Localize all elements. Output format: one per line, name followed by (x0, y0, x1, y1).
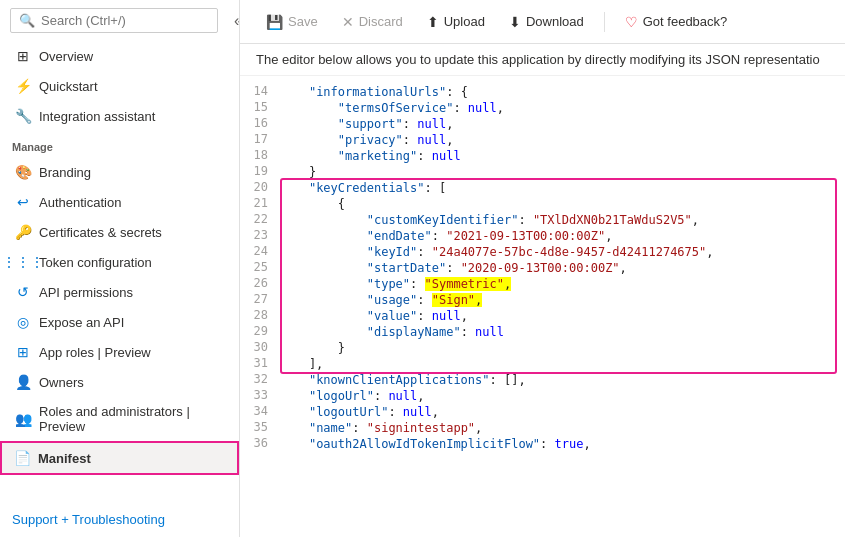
line-content: "privacy": null, (280, 132, 845, 148)
feedback-button[interactable]: ♡ Got feedback? (615, 9, 738, 35)
description-text: The editor below allows you to update th… (256, 52, 820, 67)
discard-icon: ✕ (342, 14, 354, 30)
line-number: 29 (240, 324, 280, 340)
feedback-icon: ♡ (625, 14, 638, 30)
sidebar-item-api-permissions[interactable]: ↺ API permissions (0, 277, 239, 307)
manifest-icon: 📄 (14, 450, 30, 466)
table-row: 20 "keyCredentials": [ (240, 180, 845, 196)
sidebar-item-expose-api[interactable]: ◎ Expose an API (0, 307, 239, 337)
table-row: 28 "value": null, (240, 308, 845, 324)
sidebar-item-label: Manifest (38, 451, 91, 466)
main-content: 💾 Save ✕ Discard ⬆ Upload ⬇ Download ♡ G… (240, 0, 845, 537)
upload-button[interactable]: ⬆ Upload (417, 9, 495, 35)
line-number: 24 (240, 244, 280, 260)
save-label: Save (288, 14, 318, 29)
description-bar: The editor below allows you to update th… (240, 44, 845, 76)
certificates-icon: 🔑 (15, 224, 31, 240)
sidebar-item-label: Branding (39, 165, 91, 180)
line-content: "oauth2AllowIdTokenImplicitFlow": true, (280, 436, 845, 452)
sidebar-item-branding[interactable]: 🎨 Branding (0, 157, 239, 187)
sidebar-item-label: Quickstart (39, 79, 98, 94)
table-row: 24 "keyId": "24a4077e-57bc-4d8e-9457-d42… (240, 244, 845, 260)
line-content: "keyCredentials": [ (280, 180, 845, 196)
save-icon: 💾 (266, 14, 283, 30)
discard-label: Discard (359, 14, 403, 29)
search-box[interactable]: 🔍 (10, 8, 218, 33)
roles-admins-icon: 👥 (15, 411, 31, 427)
line-content: { (280, 196, 845, 212)
line-content: "customKeyIdentifier": "TXlDdXN0b21TaWdu… (280, 212, 845, 228)
line-number: 35 (240, 420, 280, 436)
table-row: 21 { (240, 196, 845, 212)
table-row: 14 "informationalUrls": { (240, 84, 845, 100)
line-content: "name": "signintestapp", (280, 420, 845, 436)
sidebar-item-token-config[interactable]: ⋮⋮⋮ Token configuration (0, 247, 239, 277)
line-content: "knownClientApplications": [], (280, 372, 845, 388)
table-row: 33 "logoUrl": null, (240, 388, 845, 404)
table-row: 22 "customKeyIdentifier": "TXlDdXN0b21Ta… (240, 212, 845, 228)
table-row: 26 "type": "Symmetric", (240, 276, 845, 292)
table-row: 36 "oauth2AllowIdTokenImplicitFlow": tru… (240, 436, 845, 452)
line-content: "keyId": "24a4077e-57bc-4d8e-9457-d42411… (280, 244, 845, 260)
line-number: 36 (240, 436, 280, 452)
sidebar-item-app-roles[interactable]: ⊞ App roles | Preview (0, 337, 239, 367)
upload-icon: ⬆ (427, 14, 439, 30)
search-input[interactable] (41, 13, 209, 28)
line-content: "logoutUrl": null, (280, 404, 845, 420)
expose-api-icon: ◎ (15, 314, 31, 330)
branding-icon: 🎨 (15, 164, 31, 180)
sidebar-item-owners[interactable]: 👤 Owners (0, 367, 239, 397)
overview-icon: ⊞ (15, 48, 31, 64)
line-content: "marketing": null (280, 148, 845, 164)
table-row: 27 "usage": "Sign", (240, 292, 845, 308)
sidebar-item-roles-admins[interactable]: 👥 Roles and administrators | Preview (0, 397, 239, 441)
line-number: 34 (240, 404, 280, 420)
table-row: 25 "startDate": "2020-09-13T00:00:00Z", (240, 260, 845, 276)
line-content: "type": "Symmetric", (280, 276, 845, 292)
sidebar-item-manifest[interactable]: 📄 Manifest (0, 441, 239, 475)
line-content: ], (280, 356, 845, 372)
table-row: 23 "endDate": "2021-09-13T00:00:00Z", (240, 228, 845, 244)
sidebar-item-authentication[interactable]: ↩ Authentication (0, 187, 239, 217)
code-editor[interactable]: 14 "informationalUrls": {15 "termsOfServ… (240, 76, 845, 460)
sidebar-item-certificates[interactable]: 🔑 Certificates & secrets (0, 217, 239, 247)
line-content: "endDate": "2021-09-13T00:00:00Z", (280, 228, 845, 244)
code-table: 14 "informationalUrls": {15 "termsOfServ… (240, 84, 845, 452)
line-number: 32 (240, 372, 280, 388)
download-button[interactable]: ⬇ Download (499, 9, 594, 35)
line-content: } (280, 340, 845, 356)
line-number: 15 (240, 100, 280, 116)
table-row: 35 "name": "signintestapp", (240, 420, 845, 436)
line-content: "value": null, (280, 308, 845, 324)
line-number: 20 (240, 180, 280, 196)
line-number: 26 (240, 276, 280, 292)
sidebar-item-label: Token configuration (39, 255, 152, 270)
collapse-sidebar-button[interactable]: « (228, 10, 240, 32)
line-number: 30 (240, 340, 280, 356)
table-row: 18 "marketing": null (240, 148, 845, 164)
line-number: 18 (240, 148, 280, 164)
line-content: "logoUrl": null, (280, 388, 845, 404)
sidebar-item-label: Expose an API (39, 315, 124, 330)
discard-button[interactable]: ✕ Discard (332, 9, 413, 35)
download-label: Download (526, 14, 584, 29)
line-number: 17 (240, 132, 280, 148)
save-button[interactable]: 💾 Save (256, 9, 328, 35)
app-roles-icon: ⊞ (15, 344, 31, 360)
line-number: 27 (240, 292, 280, 308)
sidebar-item-quickstart[interactable]: ⚡ Quickstart (0, 71, 239, 101)
sidebar-item-overview[interactable]: ⊞ Overview (0, 41, 239, 71)
sidebar-item-integration[interactable]: 🔧 Integration assistant (0, 101, 239, 131)
support-troubleshooting-link[interactable]: Support + Troubleshooting (0, 502, 239, 537)
line-content: "support": null, (280, 116, 845, 132)
table-row: 15 "termsOfService": null, (240, 100, 845, 116)
search-icon: 🔍 (19, 13, 35, 28)
feedback-label: Got feedback? (643, 14, 728, 29)
sidebar-item-label: App roles | Preview (39, 345, 151, 360)
download-icon: ⬇ (509, 14, 521, 30)
line-number: 14 (240, 84, 280, 100)
table-row: 30 } (240, 340, 845, 356)
owners-icon: 👤 (15, 374, 31, 390)
line-content: } (280, 164, 845, 180)
integration-icon: 🔧 (15, 108, 31, 124)
